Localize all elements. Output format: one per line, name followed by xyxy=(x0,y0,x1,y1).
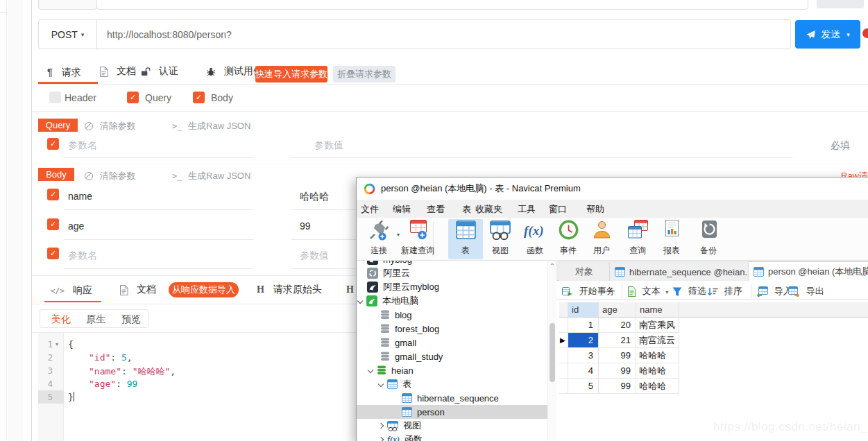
body-row-age-value[interactable]: 99 xyxy=(300,220,311,232)
body-row-name-value[interactable]: 哈哈哈 xyxy=(300,191,329,203)
query-checkbox[interactable]: ✓ xyxy=(127,92,139,103)
menu-edit[interactable]: 编辑 xyxy=(393,203,411,216)
table-nav-button[interactable] xyxy=(456,220,476,239)
tab-person-active[interactable]: person @heian (本地电脑) xyxy=(749,261,868,281)
grid-header-age[interactable]: age xyxy=(599,302,636,318)
body-row-name-key[interactable]: name xyxy=(68,191,92,202)
tab-response[interactable]: </> 响应 xyxy=(51,284,92,297)
tab-hibernate-sequence[interactable]: hibernate_sequence @heian... xyxy=(610,263,749,281)
tree-item-blog[interactable]: blog xyxy=(380,308,412,322)
body-checkbox[interactable]: ✓ xyxy=(193,92,205,103)
previous-method-box[interactable] xyxy=(38,0,97,10)
grid-cell[interactable]: 3 xyxy=(568,348,599,363)
row-indicator[interactable] xyxy=(559,348,568,363)
tab-doc[interactable]: 文档 xyxy=(99,65,136,78)
export-button[interactable]: 导出 xyxy=(788,285,824,297)
body-gen-raw-json[interactable]: >_ 生成Raw JSON xyxy=(172,170,250,182)
row-indicator[interactable] xyxy=(559,318,568,333)
report-nav-button[interactable] xyxy=(663,220,681,239)
grid-cell-selected[interactable]: 2 xyxy=(568,333,599,348)
grid-cell[interactable]: 4 xyxy=(568,363,599,379)
function-nav-button[interactable]: f(x) xyxy=(524,223,543,239)
tree-item-gmall[interactable]: gmall xyxy=(380,336,416,349)
body-name-placeholder[interactable]: 参数名 xyxy=(68,250,97,262)
tree-item-functions[interactable]: f(x) 函数 xyxy=(379,433,423,441)
chevron-right-icon[interactable] xyxy=(378,437,384,441)
backup-nav-button[interactable] xyxy=(701,220,718,239)
previous-send-button[interactable] xyxy=(817,0,864,8)
header-checkbox[interactable] xyxy=(49,92,61,103)
grid-cell[interactable]: 南宫流云 xyxy=(636,333,679,348)
chevron-down-icon[interactable] xyxy=(368,368,373,373)
import-button[interactable]: 导入 xyxy=(756,285,792,297)
grid-cell[interactable]: 21 xyxy=(599,333,636,348)
tree-item-heian[interactable]: heian xyxy=(368,363,414,377)
query-clear-params[interactable]: 清除参数 xyxy=(85,120,136,132)
grid-header-id[interactable]: id xyxy=(568,302,599,318)
event-nav-button[interactable] xyxy=(559,220,579,240)
menu-help[interactable]: 帮助 xyxy=(586,203,604,216)
view-tab-beautify[interactable]: 美化 xyxy=(51,313,71,326)
query-name-placeholder[interactable]: 参数名 xyxy=(68,139,97,152)
menu-favorites[interactable]: 收藏夹 xyxy=(475,203,502,216)
grid-cell[interactable]: 1 xyxy=(568,318,599,333)
view-nav-button[interactable] xyxy=(490,220,511,240)
grid-cell[interactable]: 99 xyxy=(599,379,636,394)
tab-raw-response-headers[interactable]: H xyxy=(346,284,356,295)
chevron-down-icon[interactable] xyxy=(378,381,384,387)
query-value-placeholder[interactable]: 参数值 xyxy=(314,139,343,152)
import-from-response-button[interactable]: 从响应数据导入 xyxy=(169,282,239,297)
tree-item-myblog[interactable]: myblog xyxy=(367,261,412,266)
tree-item-aliyun[interactable]: 阿里云 xyxy=(367,266,410,280)
body-row-new-checkbox[interactable]: ✓ xyxy=(47,248,59,259)
navicat-window[interactable]: person @heian (本地电脑) - 表 - Navicat Premi… xyxy=(356,177,868,441)
menu-tools[interactable]: 工具 xyxy=(518,203,536,216)
tree-item-hibernate-sequence[interactable]: hibernate_sequence xyxy=(402,391,499,405)
query-row-checkbox[interactable]: ✓ xyxy=(47,138,59,150)
grid-cell[interactable]: 99 xyxy=(599,363,636,379)
tree-item-person[interactable]: person xyxy=(402,405,445,419)
query-gen-raw-json[interactable]: >_ 生成Raw JSON xyxy=(172,120,250,132)
grid-cell[interactable]: 99 xyxy=(599,348,636,363)
connection-tree[interactable]: myblog 阿里云 阿里云myblog 本地电脑 blog fores xyxy=(357,261,547,441)
tab-response-doc[interactable]: 文档 xyxy=(119,284,156,296)
menu-table[interactable]: 表 xyxy=(462,203,471,216)
tree-item-tables[interactable]: 表 xyxy=(379,377,411,391)
sort-button[interactable]: 排序 xyxy=(707,285,742,297)
grid-cell[interactable]: 哈哈哈 xyxy=(636,379,679,394)
connect-caret-icon[interactable]: ▾ xyxy=(397,232,400,238)
collapse-params-button[interactable]: 折叠请求参数 xyxy=(333,66,395,83)
tree-item-gmall-study[interactable]: gmall_study xyxy=(380,349,443,363)
body-row-age-checkbox[interactable]: ✓ xyxy=(47,218,59,230)
tree-scroll-thumb[interactable] xyxy=(550,323,555,382)
view-tab-preview[interactable]: 预览 xyxy=(121,313,141,326)
body-row-name-checkbox[interactable]: ✓ xyxy=(47,189,59,200)
filter-button[interactable]: 筛选 xyxy=(672,285,706,297)
tree-item-aliyun-myblog[interactable]: 阿里云myblog xyxy=(367,280,439,294)
menu-window[interactable]: 窗口 xyxy=(549,203,567,216)
grid-cell[interactable]: 南宫乘风 xyxy=(636,318,679,333)
grid-cell[interactable]: 哈哈哈 xyxy=(636,348,679,363)
connect-button[interactable] xyxy=(368,220,389,241)
tree-item-views[interactable]: 视图 xyxy=(379,419,421,433)
user-nav-button[interactable] xyxy=(593,220,611,239)
text-mode-button[interactable]: 文本 ▾ xyxy=(627,285,668,297)
new-query-button[interactable] xyxy=(407,220,428,240)
tree-item-forest-blog[interactable]: forest_blog xyxy=(380,322,439,336)
grid-cell[interactable]: 哈哈哈 xyxy=(636,363,679,379)
body-clear-params[interactable]: 清除参数 xyxy=(85,170,136,182)
tree-item-local-pc[interactable]: 本地电脑 xyxy=(358,294,418,308)
grid-cell[interactable]: 5 xyxy=(568,379,599,394)
view-tab-raw[interactable]: 原生 xyxy=(86,313,105,326)
body-row-age-key[interactable]: age xyxy=(68,220,84,232)
begin-transaction-button[interactable]: 开始事务 xyxy=(562,285,615,297)
method-select[interactable]: POST ▾ xyxy=(38,19,97,49)
response-editor[interactable]: 1 ▾ 2 3 4 5 { "id": 5, "name": "哈哈哈", "a… xyxy=(32,333,356,441)
fold-caret-icon[interactable]: ▾ xyxy=(56,341,58,347)
tab-raw-request-headers[interactable]: H 请求原始头 xyxy=(257,284,322,296)
body-value-placeholder[interactable]: 参数值 xyxy=(300,250,329,262)
row-indicator[interactable] xyxy=(559,363,568,379)
grid-header-name[interactable]: name xyxy=(636,302,679,318)
tab-testcase[interactable]: 测试用例 xyxy=(206,65,263,78)
grid-cell[interactable]: 20 xyxy=(599,318,636,333)
